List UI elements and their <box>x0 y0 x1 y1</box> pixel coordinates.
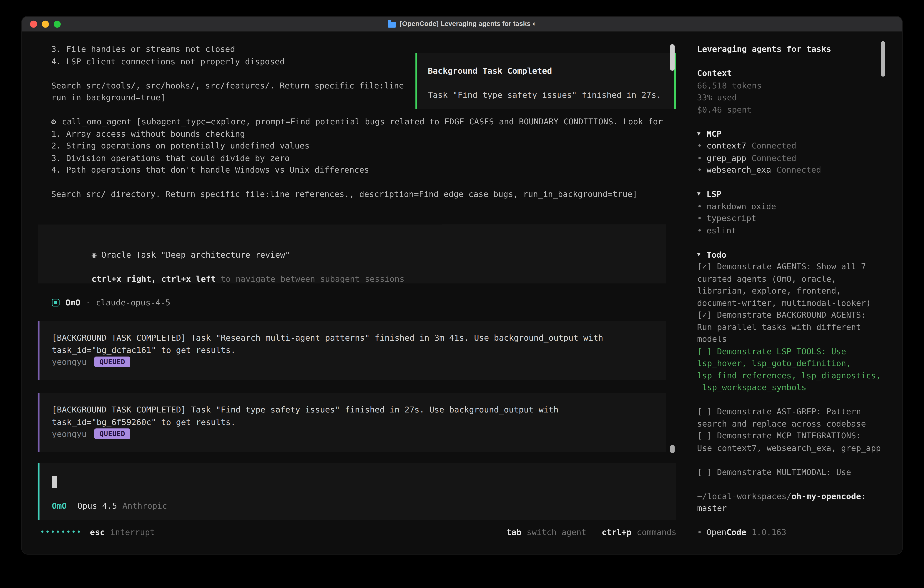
active-agent-label: OmO <box>52 500 67 512</box>
model-row: OmO Opus 4.5 Anthropic <box>52 500 167 512</box>
titlebar: [OpenCode] Leveraging agents for tasks ◐ <box>22 17 902 32</box>
close-button[interactable] <box>30 21 37 28</box>
todo-item-line: Use context7, websearch_exa, grep_app <box>697 442 884 454</box>
message-line: [BACKGROUND TASK COMPLETED] Task "Find t… <box>52 404 653 416</box>
todo-heading: Todo <box>707 248 726 260</box>
todo-item-line-active: [ ] Demonstrate LSP TOOLS: Use <box>697 345 884 357</box>
todo-item-line-active: lsp_find_references, lsp_diagnostics, <box>697 369 884 381</box>
todo-item-line: models <box>697 333 884 345</box>
message-line: task_id="bg_6f59260c" to get results. <box>52 416 653 428</box>
lsp-item: •markdown-oxide <box>697 200 884 212</box>
tool-call-text: call_omo_agent [subagent_type=explore, p… <box>62 116 663 127</box>
app-version-number: 1.0.163 <box>752 526 787 538</box>
spacer <box>697 454 884 466</box>
spacer <box>697 478 884 490</box>
app-name-bold: Code <box>726 526 746 538</box>
status-badge: QUEUED <box>94 429 130 439</box>
workspace-path: ~/local-workspaces/oh-my-opencode: <box>697 490 884 502</box>
gear-icon: ⚙ <box>51 116 62 127</box>
todo-item-line: search and replace across codebase <box>697 418 884 429</box>
background-task-toast[interactable]: Background Task Completed Task "Find typ… <box>416 53 676 109</box>
terminal-window: [OpenCode] Leveraging agents for tasks ◐… <box>22 17 902 554</box>
record-icon: ◉ <box>92 249 97 259</box>
message-line: task_id="bg_dcfac161" to get results. <box>52 344 653 356</box>
app-name: Open <box>707 526 726 538</box>
context-spent: $0.46 spent <box>697 104 884 116</box>
esc-key-label: interrupt <box>110 526 155 538</box>
window-title-text: [OpenCode] Leveraging agents for tasks ◐ <box>400 18 536 30</box>
window-title: [OpenCode] Leveraging agents for tasks ◐ <box>388 18 536 30</box>
spacer <box>697 514 884 526</box>
toast-title: Background Task Completed <box>428 65 674 77</box>
zoom-button[interactable] <box>54 21 61 28</box>
todo-item-line-active: lsp_workspace_symbols <box>697 381 884 393</box>
log-line: 2. String operations on potentially unde… <box>51 140 677 152</box>
mcp-item-status: Connected <box>752 140 797 152</box>
lsp-section-header[interactable]: ▼LSP <box>697 188 884 200</box>
log-line: 3. Division operations that could divide… <box>51 152 677 164</box>
status-bar-right: tab switch agent ctrl+p commands <box>507 526 676 538</box>
mcp-section-header[interactable]: ▼MCP <box>697 127 884 140</box>
todo-item-line: document-writer, multimodal-looker) <box>697 297 884 309</box>
active-model-label: Opus 4.5 <box>77 500 117 512</box>
context-tokens: 66,518 tokens <box>697 79 884 91</box>
mcp-heading: MCP <box>707 127 722 140</box>
separator-dot: · <box>86 297 91 309</box>
prompt-input[interactable]: OmO Opus 4.5 Anthropic <box>38 463 676 520</box>
bullet-icon: • <box>697 212 706 224</box>
commands-key-hint: ctrl+p <box>602 526 631 538</box>
agent-session-header[interactable]: OmO · claude-opus-4-5 <box>52 297 170 309</box>
log-blank <box>51 176 677 188</box>
background-task-message: [BACKGROUND TASK COMPLETED] Task "Resear… <box>38 321 666 380</box>
message-line: [BACKGROUND TASK COMPLETED] Task "Resear… <box>52 332 653 344</box>
chevron-down-icon: ▼ <box>697 188 706 200</box>
oracle-task-title-line: ◉Oracle Task "Deep architecture review" <box>52 236 652 248</box>
oracle-task-panel: ◉Oracle Task "Deep architecture review" … <box>38 225 666 283</box>
agent-checkbox-icon <box>52 299 59 306</box>
tab-key-hint: tab <box>507 526 521 538</box>
sidebar: Leveraging agents for tasks Context 66,5… <box>697 43 884 538</box>
message-author: yeongyu <box>52 356 87 368</box>
chevron-down-icon: ▼ <box>697 248 706 260</box>
main-scrollbar-thumb-bottom[interactable] <box>670 445 675 453</box>
todo-item-line: [ ] Demonstrate AST-GREP: Pattern <box>697 405 884 418</box>
app-version: •OpenCode1.0.163 <box>697 526 884 538</box>
todo-section-header[interactable]: ▼Todo <box>697 248 884 260</box>
spacer <box>697 116 884 127</box>
message-author: yeongyu <box>52 428 87 440</box>
lsp-item-name: markdown-oxide <box>707 200 776 212</box>
chevron-down-icon: ▼ <box>697 127 706 140</box>
sidebar-title: Leveraging agents for tasks <box>697 43 884 55</box>
log-line: 4. Path operations that don't handle Win… <box>51 164 677 176</box>
lsp-item: •typescript <box>697 212 884 224</box>
toast-body: Task "Find type safety issues" finished … <box>428 89 674 101</box>
minimize-button[interactable] <box>42 21 49 28</box>
hint-keys: ctrl+x right, ctrl+x left <box>92 274 216 283</box>
todo-item-line: curated agents (OmO, oracle, <box>697 273 884 285</box>
todo-item-line-active: lsp_hover, lsp_goto_definition, <box>697 357 884 369</box>
traffic-lights <box>30 21 61 28</box>
bullet-icon: • <box>697 140 706 152</box>
navigation-hint: ctrl+x right, ctrl+x left to navigate be… <box>52 261 652 273</box>
mcp-item-name: context7 <box>707 140 746 152</box>
message-meta: yeongyu QUEUED <box>52 428 653 440</box>
bullet-icon: • <box>697 526 706 538</box>
main-scrollbar-thumb[interactable] <box>670 44 675 71</box>
esc-key-hint: esc <box>90 526 105 538</box>
oracle-task-title: Oracle Task "Deep architecture review" <box>101 249 290 259</box>
folder-icon <box>388 21 396 28</box>
lsp-heading: LSP <box>707 188 722 200</box>
commands-key-label: commands <box>637 526 676 538</box>
background-task-message: [BACKGROUND TASK COMPLETED] Task "Find t… <box>38 393 666 452</box>
todo-item-line: [✓] Demonstrate BACKGROUND AGENTS: <box>697 309 884 321</box>
lsp-item-name: typescript <box>707 212 756 224</box>
tool-call-line: ⚙ call_omo_agent [subagent_type=explore,… <box>51 116 677 127</box>
mcp-item: •websearch_exaConnected <box>697 164 884 176</box>
mcp-item: •context7Connected <box>697 140 884 152</box>
bullet-icon: • <box>697 200 706 212</box>
mcp-item-status: Connected <box>776 164 821 176</box>
agent-model: claude-opus-4-5 <box>96 297 170 309</box>
agent-name: OmO <box>66 297 81 309</box>
context-used: 33% used <box>697 91 884 104</box>
hint-text: to navigate between subagent sessions <box>216 274 404 283</box>
